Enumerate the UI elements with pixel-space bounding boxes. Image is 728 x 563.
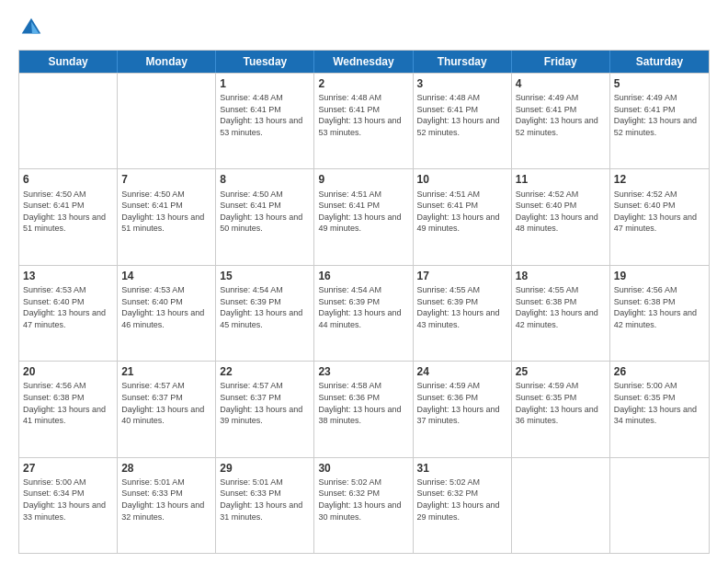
day-number: 29 [220,461,310,476]
sunrise-text: Sunrise: 4:50 AM [220,190,283,199]
daylight-text: Daylight: 13 hours and 34 minutes. [614,405,697,426]
sunset-text: Sunset: 6:41 PM [417,105,479,114]
calendar-cell: 26Sunrise: 5:00 AMSunset: 6:35 PMDayligh… [610,362,709,456]
daylight-text: Daylight: 13 hours and 45 minutes. [220,308,302,329]
sunrise-text: Sunrise: 5:01 AM [220,477,283,487]
sunset-text: Sunset: 6:36 PM [417,393,479,402]
daylight-text: Daylight: 13 hours and 52 minutes. [417,116,500,137]
daylight-text: Daylight: 13 hours and 52 minutes. [614,116,697,137]
calendar-cell: 10Sunrise: 4:51 AMSunset: 6:41 PMDayligh… [414,169,512,264]
day-number: 15 [220,269,310,283]
day-info: Sunrise: 5:02 AMSunset: 6:32 PMDaylight:… [318,477,408,523]
sunset-text: Sunset: 6:41 PM [318,201,380,210]
day-number: 13 [23,269,113,283]
daylight-text: Daylight: 13 hours and 47 minutes. [614,213,697,234]
day-header-friday: Friday [512,51,610,73]
calendar-cell: 16Sunrise: 4:54 AMSunset: 6:39 PMDayligh… [314,266,413,361]
sunrise-text: Sunrise: 4:53 AM [121,285,185,294]
sunrise-text: Sunrise: 4:48 AM [417,93,481,102]
calendar-cell: 1Sunrise: 4:48 AMSunset: 6:41 PMDaylight… [216,74,314,168]
sunrise-text: Sunrise: 4:52 AM [614,190,677,199]
sunset-text: Sunset: 6:39 PM [318,297,380,306]
daylight-text: Daylight: 13 hours and 39 minutes. [220,405,302,426]
day-number: 28 [121,461,211,476]
day-info: Sunrise: 4:56 AMSunset: 6:38 PMDaylight:… [23,380,113,426]
calendar-cell: 15Sunrise: 4:54 AMSunset: 6:39 PMDayligh… [216,266,314,361]
calendar-week-4: 20Sunrise: 4:56 AMSunset: 6:38 PMDayligh… [19,361,709,456]
calendar-cell: 5Sunrise: 4:49 AMSunset: 6:41 PMDaylight… [610,74,709,168]
sunset-text: Sunset: 6:33 PM [121,488,183,498]
sunrise-text: Sunrise: 4:48 AM [318,93,381,102]
calendar-cell: 3Sunrise: 4:48 AMSunset: 6:41 PMDaylight… [414,74,512,168]
day-number: 2 [318,76,408,91]
day-info: Sunrise: 4:51 AMSunset: 6:41 PMDaylight:… [417,189,507,235]
day-info: Sunrise: 4:54 AMSunset: 6:39 PMDaylight:… [220,284,310,330]
sunset-text: Sunset: 6:41 PM [318,105,380,114]
sunrise-text: Sunrise: 4:51 AM [417,190,481,199]
sunset-text: Sunset: 6:41 PM [516,105,577,114]
sunset-text: Sunset: 6:38 PM [516,297,577,306]
sunset-text: Sunset: 6:40 PM [23,297,85,306]
day-info: Sunrise: 5:01 AMSunset: 6:33 PMDaylight:… [220,477,310,523]
sunrise-text: Sunrise: 4:48 AM [220,93,283,102]
sunrise-text: Sunrise: 4:50 AM [23,190,86,199]
day-info: Sunrise: 5:00 AMSunset: 6:35 PMDaylight:… [614,380,705,426]
day-header-tuesday: Tuesday [216,51,314,73]
sunrise-text: Sunrise: 4:55 AM [417,285,481,294]
calendar-cell: 30Sunrise: 5:02 AMSunset: 6:32 PMDayligh… [314,458,413,553]
sunset-text: Sunset: 6:35 PM [614,393,676,402]
sunrise-text: Sunrise: 4:49 AM [516,93,579,102]
day-number: 9 [318,172,408,187]
day-number: 25 [516,364,606,379]
sunset-text: Sunset: 6:41 PM [417,201,479,210]
calendar-cell: 31Sunrise: 5:02 AMSunset: 6:32 PMDayligh… [414,458,512,553]
sunrise-text: Sunrise: 5:01 AM [121,477,185,487]
day-info: Sunrise: 4:55 AMSunset: 6:38 PMDaylight:… [516,284,606,330]
day-number: 16 [318,269,408,283]
daylight-text: Daylight: 13 hours and 40 minutes. [121,405,204,426]
calendar-week-2: 6Sunrise: 4:50 AMSunset: 6:41 PMDaylight… [19,168,709,264]
day-info: Sunrise: 4:54 AMSunset: 6:39 PMDaylight:… [318,284,408,330]
day-number: 30 [318,461,408,476]
day-number: 23 [318,364,408,379]
header [18,15,710,40]
sunset-text: Sunset: 6:33 PM [220,488,281,498]
day-header-sunday: Sunday [19,51,118,73]
calendar-cell: 6Sunrise: 4:50 AMSunset: 6:41 PMDaylight… [19,169,118,264]
daylight-text: Daylight: 13 hours and 50 minutes. [220,213,302,234]
sunset-text: Sunset: 6:34 PM [23,488,85,498]
day-info: Sunrise: 4:58 AMSunset: 6:36 PMDaylight:… [318,380,408,426]
day-number: 12 [614,172,705,187]
day-number: 1 [220,76,310,91]
sunset-text: Sunset: 6:39 PM [417,297,479,306]
day-header-thursday: Thursday [414,51,512,73]
calendar-cell: 2Sunrise: 4:48 AMSunset: 6:41 PMDaylight… [314,74,413,168]
sunrise-text: Sunrise: 5:00 AM [23,477,86,487]
calendar-week-3: 13Sunrise: 4:53 AMSunset: 6:40 PMDayligh… [19,265,709,361]
page: SundayMondayTuesdayWednesdayThursdayFrid… [0,0,728,563]
sunset-text: Sunset: 6:40 PM [614,201,676,210]
daylight-text: Daylight: 13 hours and 31 minutes. [220,500,302,522]
day-info: Sunrise: 4:48 AMSunset: 6:41 PMDaylight:… [220,92,310,138]
daylight-text: Daylight: 13 hours and 49 minutes. [417,213,500,234]
sunset-text: Sunset: 6:35 PM [516,393,577,402]
sunset-text: Sunset: 6:36 PM [318,393,380,402]
calendar-cell: 23Sunrise: 4:58 AMSunset: 6:36 PMDayligh… [314,362,413,456]
calendar-cell: 17Sunrise: 4:55 AMSunset: 6:39 PMDayligh… [414,266,512,361]
day-number: 19 [614,269,705,283]
daylight-text: Daylight: 13 hours and 51 minutes. [23,213,106,234]
sunrise-text: Sunrise: 5:02 AM [417,477,481,487]
calendar-cell: 7Sunrise: 4:50 AMSunset: 6:41 PMDaylight… [118,169,216,264]
sunrise-text: Sunrise: 4:54 AM [220,285,283,294]
daylight-text: Daylight: 13 hours and 41 minutes. [23,405,106,426]
day-number: 20 [23,364,113,379]
sunset-text: Sunset: 6:38 PM [614,297,676,306]
day-info: Sunrise: 4:55 AMSunset: 6:39 PMDaylight:… [417,284,507,330]
sunset-text: Sunset: 6:32 PM [417,488,479,498]
calendar-cell: 29Sunrise: 5:01 AMSunset: 6:33 PMDayligh… [216,458,314,553]
sunrise-text: Sunrise: 4:49 AM [614,93,677,102]
day-info: Sunrise: 4:56 AMSunset: 6:38 PMDaylight:… [614,284,705,330]
day-info: Sunrise: 4:48 AMSunset: 6:41 PMDaylight:… [318,92,408,138]
day-header-saturday: Saturday [610,51,709,73]
sunset-text: Sunset: 6:40 PM [516,201,577,210]
